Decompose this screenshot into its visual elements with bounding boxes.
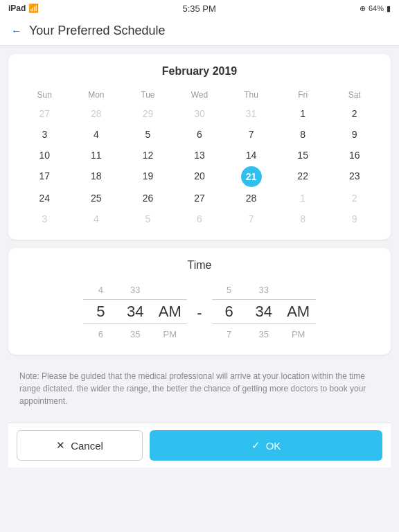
calendar-day[interactable]: 15 [278,145,328,165]
calendar-day[interactable]: 28 [71,104,122,123]
calendar-day[interactable]: 26 [123,188,173,208]
end-time-group: 5 6 7 33 34 35 AM PM [212,280,316,344]
calendar-day[interactable]: 20 [175,166,225,187]
note-text: Note: Please be guided that the medical … [8,363,391,414]
calendar-grid: SunMonTueWedThuFriSat2728293031123456789… [19,87,380,229]
start-hour-column[interactable]: 4 5 6 [83,280,118,344]
calendar-day[interactable]: 4 [71,125,122,144]
start-minute-above: 33 [118,280,152,299]
calendar-day[interactable]: 7 [226,209,276,229]
calendar-day[interactable]: 9 [329,209,380,229]
wifi-icon: 📶 [28,3,39,13]
calendar-day[interactable]: 14 [226,145,276,165]
calendar-header-mon: Mon [71,87,122,103]
back-button[interactable]: ← [11,25,22,37]
calendar-day[interactable]: 19 [123,166,173,187]
end-hour-current: 6 [212,299,247,324]
calendar-day[interactable]: 5 [123,209,173,229]
time-picker-row: 4 5 6 33 34 35 AM PM - 5 [19,280,380,344]
start-minute-below: 35 [118,324,152,344]
calendar-day[interactable]: 30 [175,104,225,123]
end-period-column[interactable]: AM PM [281,280,316,344]
calendar-header-wed: Wed [175,87,225,103]
calendar-day[interactable]: 1 [278,188,328,208]
start-period-current: AM [152,299,187,324]
calendar-day[interactable]: 16 [329,145,380,165]
calendar-day[interactable]: 10 [19,145,70,165]
end-period-current: AM [281,299,316,324]
calendar-month-year: February 2019 [19,65,380,78]
ok-button[interactable]: ✓ OK [150,430,382,461]
status-bar: iPad 📶 5:35 PM ⊕ 64% ▮ [0,0,399,17]
calendar-day[interactable]: 17 [19,166,70,187]
location-icon: ⊕ [360,4,366,13]
end-period-below: PM [281,324,316,344]
calendar-day[interactable]: 7 [226,125,276,144]
cancel-button[interactable]: ✕ Cancel [17,430,143,461]
header: ← Your Preferred Schedule [0,17,399,46]
calendar-day[interactable]: 8 [278,209,328,229]
calendar-day[interactable]: 31 [226,104,276,123]
status-left: iPad 📶 [8,3,39,13]
time-picker-card: Time 4 5 6 33 34 35 AM PM [8,248,391,355]
calendar-day[interactable]: 6 [175,125,225,144]
status-time: 5:35 PM [182,3,215,14]
calendar-day[interactable]: 2 [329,188,380,208]
calendar-day[interactable]: 11 [71,145,122,165]
start-hour-below: 6 [83,324,118,344]
end-minute-column[interactable]: 33 34 35 [247,280,281,344]
start-period-below: PM [152,324,187,344]
bottom-bar: ✕ Cancel ✓ OK [8,423,391,468]
calendar-card: February 2019 SunMonTueWedThuFriSat27282… [8,54,391,240]
start-hour-above: 4 [83,280,118,299]
start-period-column[interactable]: AM PM [152,280,187,344]
calendar-day[interactable]: 23 [329,166,380,187]
end-period-above [281,280,316,299]
main-content: February 2019 SunMonTueWedThuFriSat27282… [0,46,399,476]
calendar-day[interactable]: 1 [278,104,328,123]
start-time-group: 4 5 6 33 34 35 AM PM [83,280,187,344]
calendar-header-fri: Fri [278,87,328,103]
calendar-day[interactable]: 25 [71,188,122,208]
calendar-day[interactable]: 5 [123,125,173,144]
end-minute-above: 33 [247,280,281,299]
calendar-day[interactable]: 27 [175,188,225,208]
start-hour-current: 5 [83,299,118,324]
calendar-day[interactable]: 22 [278,166,328,187]
start-minute-current: 34 [118,299,152,324]
battery-icon: ▮ [387,4,391,13]
calendar-day[interactable]: 2 [329,104,380,123]
calendar-day[interactable]: 24 [19,188,70,208]
status-right: ⊕ 64% ▮ [360,4,391,13]
calendar-day[interactable]: 27 [19,104,70,123]
end-minute-below: 35 [247,324,281,344]
calendar-day[interactable]: 3 [19,209,70,229]
calendar-header-thu: Thu [226,87,276,103]
calendar-day[interactable]: 28 [226,188,276,208]
battery-percent: 64% [369,4,384,12]
cancel-x-icon: ✕ [56,439,65,452]
back-arrow-icon: ← [11,25,22,37]
calendar-day[interactable]: 4 [71,209,122,229]
time-section-title: Time [19,259,380,272]
calendar-day[interactable]: 9 [329,125,380,144]
calendar-day[interactable]: 3 [19,125,70,144]
calendar-day[interactable]: 8 [278,125,328,144]
end-hour-above: 5 [212,280,247,299]
calendar-day[interactable]: 6 [175,209,225,229]
calendar-day[interactable]: 21 [241,166,262,187]
end-hour-below: 7 [212,324,247,344]
ok-check-icon: ✓ [251,439,260,452]
end-minute-current: 34 [247,299,281,324]
calendar-day[interactable]: 18 [71,166,122,187]
cancel-label: Cancel [71,440,103,452]
calendar-header-sat: Sat [329,87,380,103]
calendar-day[interactable]: 29 [123,104,173,123]
calendar-header-sun: Sun [19,87,70,103]
calendar-header-tue: Tue [123,87,173,103]
end-hour-column[interactable]: 5 6 7 [212,280,247,344]
calendar-day[interactable]: 12 [123,145,173,165]
calendar-day[interactable]: 13 [175,145,225,165]
start-minute-column[interactable]: 33 34 35 [118,280,152,344]
device-label: iPad [8,3,26,13]
